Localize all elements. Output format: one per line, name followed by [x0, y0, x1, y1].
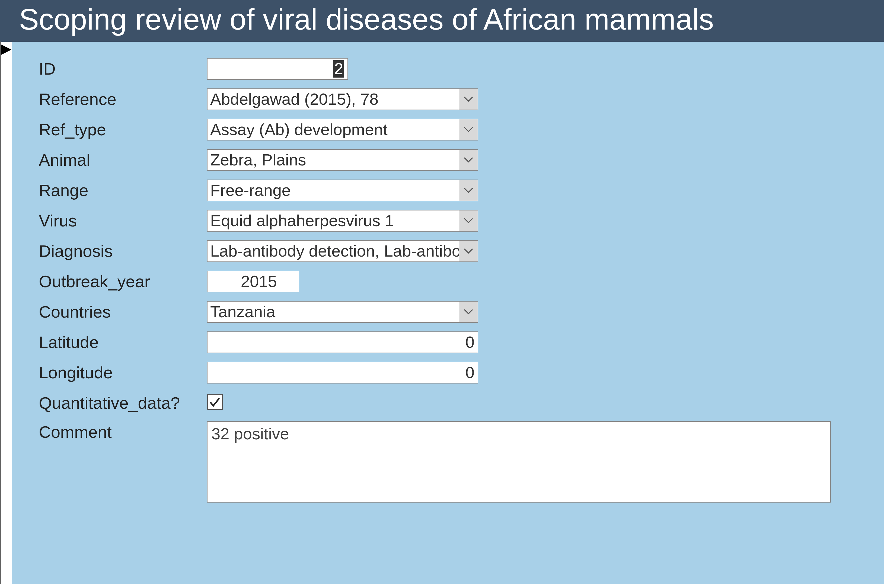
- form-title: Scoping review of viral diseases of Afri…: [0, 0, 884, 41]
- range-combobox[interactable]: Free-range: [207, 180, 459, 201]
- checkmark-icon: [209, 396, 221, 408]
- virus-combobox[interactable]: Equid alphaherpesvirus 1: [207, 210, 459, 232]
- chevron-down-icon: [464, 309, 473, 315]
- label-comment: Comment: [39, 421, 207, 441]
- label-animal: Animal: [39, 149, 207, 170]
- label-virus: Virus: [39, 210, 207, 230]
- label-reference: Reference: [39, 88, 207, 109]
- label-countries: Countries: [39, 301, 207, 321]
- ref-type-dropdown-button[interactable]: [459, 119, 478, 141]
- row-longitude: Longitude 0: [39, 362, 862, 384]
- label-latitude: Latitude: [39, 332, 207, 352]
- row-range: Range Free-range: [39, 180, 862, 201]
- diagnosis-dropdown-button[interactable]: [459, 240, 478, 262]
- row-diagnosis: Diagnosis Lab-antibody detection, Lab-an…: [39, 240, 862, 262]
- reference-dropdown-button[interactable]: [459, 88, 478, 110]
- row-outbreak-year: Outbreak_year 2015: [39, 271, 862, 292]
- row-ref-type: Ref_type Assay (Ab) development: [39, 119, 862, 141]
- id-field[interactable]: 2: [207, 58, 348, 80]
- label-outbreak-year: Outbreak_year: [39, 271, 207, 291]
- countries-dropdown-button[interactable]: [459, 301, 478, 323]
- row-quantitative-data: Quantitative_data?: [39, 392, 862, 412]
- outbreak-year-field[interactable]: 2015: [207, 271, 299, 292]
- row-virus: Virus Equid alphaherpesvirus 1: [39, 210, 862, 232]
- label-ref-type: Ref_type: [39, 119, 207, 139]
- comment-textarea[interactable]: 32 positive: [207, 421, 831, 502]
- label-quantitative-data: Quantitative_data?: [39, 392, 207, 412]
- chevron-down-icon: [464, 218, 473, 224]
- animal-combobox[interactable]: Zebra, Plains: [207, 149, 459, 171]
- label-longitude: Longitude: [39, 362, 207, 382]
- record-selector[interactable]: ▶: [1, 42, 12, 584]
- form-body: ID 2 Reference Abdelgawad (2015), 78 Ref…: [12, 42, 884, 584]
- label-diagnosis: Diagnosis: [39, 240, 207, 261]
- range-dropdown-button[interactable]: [459, 180, 478, 201]
- label-range: Range: [39, 180, 207, 200]
- longitude-field[interactable]: 0: [207, 362, 478, 384]
- chevron-down-icon: [464, 126, 473, 133]
- countries-combobox[interactable]: Tanzania: [207, 301, 459, 323]
- latitude-field[interactable]: 0: [207, 332, 478, 353]
- label-id: ID: [39, 58, 207, 78]
- chevron-down-icon: [464, 187, 473, 194]
- row-latitude: Latitude 0: [39, 332, 862, 353]
- row-animal: Animal Zebra, Plains: [39, 149, 862, 171]
- id-value-selected: 2: [333, 60, 344, 78]
- row-countries: Countries Tanzania: [39, 301, 862, 323]
- form-area: ▶ ID 2 Reference Abdelgawad (2015), 78 R…: [0, 41, 884, 584]
- virus-dropdown-button[interactable]: [459, 210, 478, 232]
- animal-dropdown-button[interactable]: [459, 149, 478, 171]
- diagnosis-combobox[interactable]: Lab-antibody detection, Lab-antibod: [207, 240, 459, 262]
- row-id: ID 2: [39, 58, 862, 80]
- record-marker-icon: ▶: [1, 42, 11, 56]
- quantitative-data-checkbox[interactable]: [207, 394, 223, 410]
- chevron-down-icon: [464, 157, 473, 163]
- chevron-down-icon: [464, 248, 473, 254]
- reference-combobox[interactable]: Abdelgawad (2015), 78: [207, 88, 459, 110]
- chevron-down-icon: [464, 96, 473, 102]
- row-comment: Comment 32 positive: [39, 421, 862, 502]
- row-reference: Reference Abdelgawad (2015), 78: [39, 88, 862, 110]
- ref-type-combobox[interactable]: Assay (Ab) development: [207, 119, 459, 141]
